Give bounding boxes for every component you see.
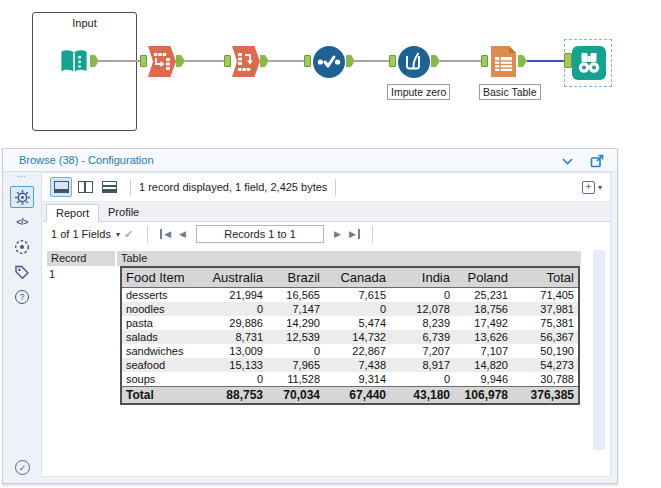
connection-line[interactable] xyxy=(355,60,389,62)
imputation-beaker-icon xyxy=(404,52,424,72)
value-cell: 8,917 xyxy=(390,358,454,372)
grid-column-headers: Record Table xyxy=(47,251,581,266)
total-row: Total88,75370,03467,44043,180106,978376,… xyxy=(121,387,579,405)
value-cell: 50,190 xyxy=(512,344,579,358)
single-pane-button[interactable] xyxy=(50,177,72,197)
value-cell: 17,492 xyxy=(454,316,512,330)
connection-line[interactable] xyxy=(269,60,304,62)
tag-icon[interactable] xyxy=(10,261,34,283)
target-icon[interactable] xyxy=(10,236,34,258)
output-anchor[interactable] xyxy=(431,55,440,67)
horizontal-split-button[interactable] xyxy=(98,177,120,197)
record-column-header: Record xyxy=(47,251,115,266)
column-header: Poland xyxy=(454,267,512,288)
value-cell: 56,367 xyxy=(512,330,579,344)
next-record-button[interactable]: ▶ xyxy=(334,229,341,239)
vertical-split-button[interactable] xyxy=(74,177,96,197)
panel-title: Browse (38) - Configuration xyxy=(19,154,154,166)
input-anchor[interactable] xyxy=(389,55,396,67)
table-row: soups011,5289,31409,94630,788 xyxy=(121,372,579,387)
connection-line[interactable] xyxy=(99,60,140,62)
popout-icon[interactable] xyxy=(589,153,605,169)
transpose-icon xyxy=(153,52,171,72)
value-cell: 0 xyxy=(390,288,454,303)
value-cell: 7,965 xyxy=(267,358,324,372)
basic-table-tool[interactable] xyxy=(489,45,518,82)
settings-gear-icon[interactable] xyxy=(10,186,34,208)
table-column-header: Table xyxy=(117,251,581,266)
row-label: salads xyxy=(121,330,193,344)
collapse-chevron-icon[interactable] xyxy=(559,153,575,169)
value-cell: 7,147 xyxy=(267,302,324,316)
total-value: 67,440 xyxy=(324,387,390,405)
dots-check-icon xyxy=(317,53,341,71)
last-record-button[interactable]: ▶ xyxy=(349,229,360,239)
input-anchor[interactable] xyxy=(481,55,488,67)
value-cell: 12,078 xyxy=(390,302,454,316)
value-cell: 7,438 xyxy=(324,358,390,372)
tool-annotation[interactable]: Basic Table xyxy=(479,84,541,100)
prev-record-button[interactable]: ◀ xyxy=(179,229,186,239)
output-anchor[interactable] xyxy=(176,55,185,67)
row-label: sandwiches xyxy=(121,344,193,358)
config-main: 1 record displayed, 1 field, 2,425 bytes… xyxy=(41,172,611,477)
input-anchor[interactable] xyxy=(564,53,572,68)
value-cell: 71,405 xyxy=(512,288,579,303)
input-anchor[interactable] xyxy=(224,55,231,67)
total-value: 88,753 xyxy=(193,387,267,405)
value-cell: 21,994 xyxy=(193,288,267,303)
table-row: salads8,73112,53914,7326,73913,62656,367 xyxy=(121,330,579,344)
value-cell: 9,314 xyxy=(324,372,390,387)
tab-report[interactable]: Report xyxy=(46,204,99,222)
value-cell: 7,207 xyxy=(390,344,454,358)
connection-line[interactable] xyxy=(185,60,224,62)
apply-check-icon[interactable]: ✔ xyxy=(124,228,133,241)
value-cell: 0 xyxy=(193,372,267,387)
fields-dropdown[interactable]: 1 of 1 Fields xyxy=(51,228,111,240)
fields-caret-icon[interactable]: ▾ xyxy=(116,230,120,239)
vertical-scrollbar[interactable] xyxy=(593,250,605,450)
configuration-panel: Browse (38) - Configuration ⋯ </> xyxy=(2,148,618,484)
column-header: India xyxy=(390,267,454,288)
tab-profile[interactable]: Profile xyxy=(99,204,148,221)
workflow-canvas[interactable]: Input xyxy=(0,0,661,146)
transpose-tool[interactable] xyxy=(148,46,176,77)
records-range: Records 1 to 1 xyxy=(196,225,324,243)
valid-check-icon: ✓ xyxy=(15,460,30,475)
value-cell: 13,009 xyxy=(193,344,267,358)
drag-handle-icon[interactable]: ⋯ xyxy=(17,173,28,183)
value-cell: 0 xyxy=(324,302,390,316)
panel-header: Browse (38) - Configuration xyxy=(3,149,617,172)
value-cell: 8,239 xyxy=(390,316,454,330)
header-row: Food ItemAustraliaBrazilCanadaIndiaPolan… xyxy=(121,267,579,288)
output-anchor[interactable] xyxy=(260,55,269,67)
cross-tab-tool[interactable] xyxy=(232,46,260,77)
report-content: Record Table 1 Food ItemAustraliaBrazilC… xyxy=(42,246,610,476)
input-data-tool[interactable] xyxy=(59,47,89,79)
tool-annotation[interactable]: Impute zero xyxy=(387,84,450,100)
output-anchor[interactable] xyxy=(518,55,527,67)
help-icon[interactable]: ? xyxy=(10,286,34,308)
code-icon[interactable]: </> xyxy=(10,211,34,233)
value-cell: 18,756 xyxy=(454,302,512,316)
selected-connection-line[interactable] xyxy=(527,60,564,62)
report-table-body: desserts21,99416,5657,615025,23171,405no… xyxy=(121,288,579,387)
value-cell: 14,732 xyxy=(324,330,390,344)
value-cell: 5,474 xyxy=(324,316,390,330)
connection-line[interactable] xyxy=(440,60,481,62)
total-value: 70,034 xyxy=(267,387,324,405)
first-record-button[interactable]: ◀ xyxy=(160,229,171,239)
input-anchor[interactable] xyxy=(140,55,147,67)
output-anchor[interactable] xyxy=(346,55,355,67)
separator xyxy=(147,226,148,243)
table-options-button[interactable]: + ▾ xyxy=(582,181,602,194)
browse-tool[interactable] xyxy=(572,46,606,80)
value-cell: 16,565 xyxy=(267,288,324,303)
check-tool[interactable] xyxy=(313,46,345,78)
separator xyxy=(130,179,131,196)
imputation-tool[interactable] xyxy=(398,46,430,78)
separator xyxy=(335,179,336,196)
input-anchor[interactable] xyxy=(304,55,311,67)
value-cell: 8,731 xyxy=(193,330,267,344)
cross-tab-icon xyxy=(237,52,255,72)
